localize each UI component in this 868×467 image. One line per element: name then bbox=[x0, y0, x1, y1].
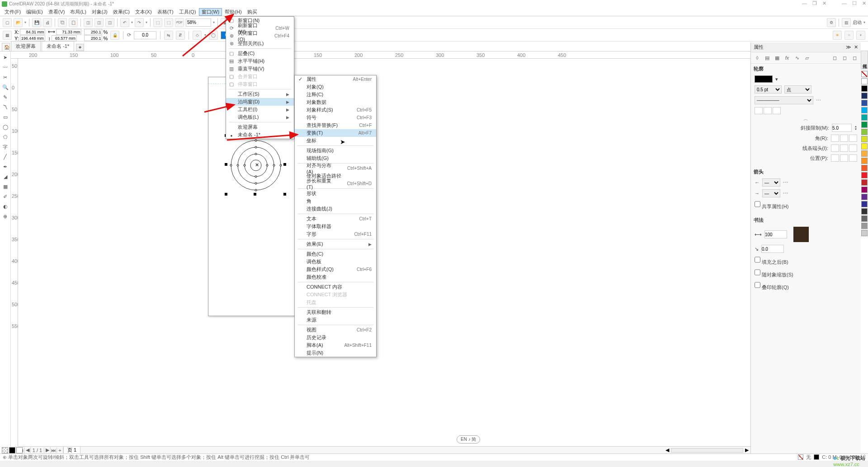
window-menu-item[interactable]: ▥垂直平铺(V) bbox=[226, 65, 294, 73]
menu-3[interactable]: 布局(L) bbox=[67, 8, 89, 16]
redo-button[interactable]: ↷ bbox=[135, 18, 144, 27]
rectangle-tool[interactable]: ▭ bbox=[1, 113, 9, 121]
align-icon2[interactable]: ☀ bbox=[844, 31, 854, 40]
color-swatch[interactable] bbox=[861, 100, 868, 106]
docker-menu-item[interactable]: 辅助线(G) bbox=[295, 154, 376, 162]
copy-button[interactable]: ⿻ bbox=[58, 18, 67, 27]
docker-menu-item[interactable]: 调色板 bbox=[295, 258, 376, 266]
menu-4[interactable]: 对象(J) bbox=[89, 8, 110, 16]
pos-a[interactable] bbox=[831, 154, 839, 162]
docker-menu-item[interactable]: 对象数据 bbox=[295, 98, 376, 106]
color-dropdown-icon[interactable]: ▾ bbox=[775, 76, 778, 82]
overprint-checkbox[interactable]: 叠印轮廓(Q) bbox=[755, 281, 789, 291]
pick-tool[interactable]: ➤ bbox=[1, 53, 9, 61]
page-add[interactable]: + bbox=[57, 448, 63, 453]
new-tab-button[interactable]: + bbox=[76, 44, 84, 51]
polygon-tool[interactable]: ⬠ bbox=[1, 133, 9, 141]
color-swatch[interactable] bbox=[861, 150, 868, 157]
outline-tab-icon[interactable]: ◊ bbox=[754, 54, 761, 61]
height-input[interactable] bbox=[52, 35, 77, 41]
docker-menu-item[interactable]: 脚本(A)Alt+Shift+F11 bbox=[295, 341, 376, 349]
save-button[interactable]: 💾 bbox=[32, 18, 41, 27]
dash-b[interactable] bbox=[764, 107, 772, 114]
docker-menu-item[interactable]: 对象样式(S)Ctrl+F5 bbox=[295, 106, 376, 114]
page-next[interactable]: ▶ bbox=[44, 447, 51, 453]
bitmap-tab-icon[interactable]: ▱ bbox=[803, 54, 811, 61]
docker-menu-item[interactable]: 现场指南(G) bbox=[295, 147, 376, 154]
startup-label[interactable]: 启动 bbox=[853, 19, 862, 26]
scale-y-input[interactable] bbox=[84, 35, 102, 41]
tab-icon-a[interactable]: ◻ bbox=[831, 54, 838, 61]
color-swatch[interactable] bbox=[861, 230, 868, 236]
arrow-end-more[interactable]: ⋯ bbox=[783, 191, 788, 196]
docker-menu-item[interactable]: 历史记录 bbox=[295, 334, 376, 341]
zoom-input[interactable] bbox=[186, 19, 211, 27]
line-tool[interactable]: ╱ bbox=[1, 153, 9, 161]
hscroll-right[interactable]: ▶ bbox=[743, 447, 750, 453]
no-fill-swatch[interactable] bbox=[2, 447, 8, 453]
app-minimize-button[interactable]: — bbox=[842, 0, 847, 6]
window-menu-item[interactable]: 泊坞窗(D)▶ bbox=[226, 98, 294, 106]
menu-7[interactable]: 表格(T) bbox=[155, 8, 176, 16]
docker-menu-item[interactable]: 文本Ctrl+T bbox=[295, 215, 376, 223]
app-close-button[interactable]: ✕ bbox=[862, 0, 866, 6]
corner-c[interactable] bbox=[849, 135, 857, 142]
align-icon[interactable]: ☀ bbox=[833, 31, 842, 40]
color-swatch[interactable] bbox=[861, 201, 868, 207]
calli-stretch-input[interactable] bbox=[764, 230, 787, 238]
page-prev[interactable]: ◀ bbox=[24, 447, 31, 453]
white-swatch[interactable] bbox=[16, 447, 23, 453]
color-swatch[interactable] bbox=[861, 187, 868, 193]
scale-with-checkbox[interactable]: 随对象缩放(S) bbox=[755, 268, 793, 278]
color-swatch[interactable] bbox=[861, 215, 868, 222]
docker-menu-item[interactable]: 关联和翻转 bbox=[295, 308, 376, 316]
docker-menu-item[interactable]: 角 bbox=[295, 197, 376, 205]
color-swatch[interactable] bbox=[861, 114, 868, 121]
fx-tab-icon[interactable]: fx bbox=[783, 54, 791, 61]
origin-icon[interactable]: ▦ bbox=[3, 31, 12, 40]
arrow-start-more[interactable]: ⋯ bbox=[783, 180, 788, 186]
behind-fill-checkbox[interactable]: 填充之后(B) bbox=[755, 256, 788, 266]
no-color-swatch[interactable] bbox=[861, 71, 868, 77]
btn-d[interactable]: ⬚ bbox=[153, 18, 162, 27]
pos-y-input[interactable] bbox=[20, 35, 45, 41]
open-button[interactable]: 📂 bbox=[14, 18, 23, 27]
color-swatch[interactable] bbox=[861, 172, 868, 178]
drawing-canvas[interactable]: ✕ bbox=[18, 59, 750, 446]
pos-x-input[interactable] bbox=[20, 29, 45, 35]
close-button[interactable]: ✕ bbox=[822, 0, 826, 6]
page-last[interactable]: ⏭ bbox=[51, 448, 57, 453]
docker-menu-item[interactable]: CONNECT 内容 bbox=[295, 283, 376, 291]
shape-tool[interactable]: 〰 bbox=[1, 63, 9, 71]
color-swatch[interactable] bbox=[861, 136, 868, 142]
hscrollbar[interactable] bbox=[671, 448, 743, 453]
color-swatch[interactable] bbox=[861, 208, 868, 215]
docker-menu-item[interactable]: 属性Alt+Enter bbox=[295, 75, 376, 83]
artistic-tool[interactable]: 〽 bbox=[1, 103, 9, 111]
docker-menu-item[interactable]: 字形Ctrl+F11 bbox=[295, 230, 376, 238]
color-swatch[interactable] bbox=[861, 223, 868, 229]
pen-tool[interactable]: ✒ bbox=[1, 163, 9, 171]
menu-11[interactable]: 购买 bbox=[245, 8, 260, 16]
pos-c[interactable] bbox=[849, 154, 857, 162]
color-swatch[interactable] bbox=[861, 78, 868, 84]
docker-side-tab[interactable]: 属性 bbox=[861, 51, 868, 69]
docker-menu-item[interactable]: 对齐与分布(A)Ctrl+Shift+A bbox=[295, 164, 376, 172]
outline-style-select[interactable]: ─────── bbox=[755, 96, 813, 104]
ellipse-tool[interactable]: ◯ bbox=[1, 123, 9, 131]
window-menu-item[interactable]: ▢层叠(C) bbox=[226, 50, 294, 57]
hscroll-left[interactable]: ◀ bbox=[664, 447, 671, 453]
docker-menu-item[interactable]: 注释(C) bbox=[295, 91, 376, 98]
color-swatch[interactable] bbox=[861, 194, 868, 200]
window-menu-item[interactable]: ⊗全部关闭(L) bbox=[226, 40, 294, 47]
outline-color-swatch[interactable] bbox=[755, 75, 773, 83]
docker-menu-item[interactable]: 步长和重复(T)Ctrl+Shift+D bbox=[295, 180, 376, 187]
arrow-end-select[interactable]: — bbox=[762, 189, 780, 197]
color-swatch[interactable] bbox=[861, 85, 868, 92]
share-checkbox[interactable]: 共享属性(H) bbox=[755, 200, 788, 210]
width-input[interactable] bbox=[56, 29, 81, 35]
dash-a[interactable] bbox=[755, 107, 763, 114]
window-menu-item[interactable]: 工作区(S)▶ bbox=[226, 90, 294, 98]
zoom-tool[interactable]: 🔍 bbox=[1, 83, 9, 91]
color-swatch[interactable] bbox=[861, 143, 868, 149]
